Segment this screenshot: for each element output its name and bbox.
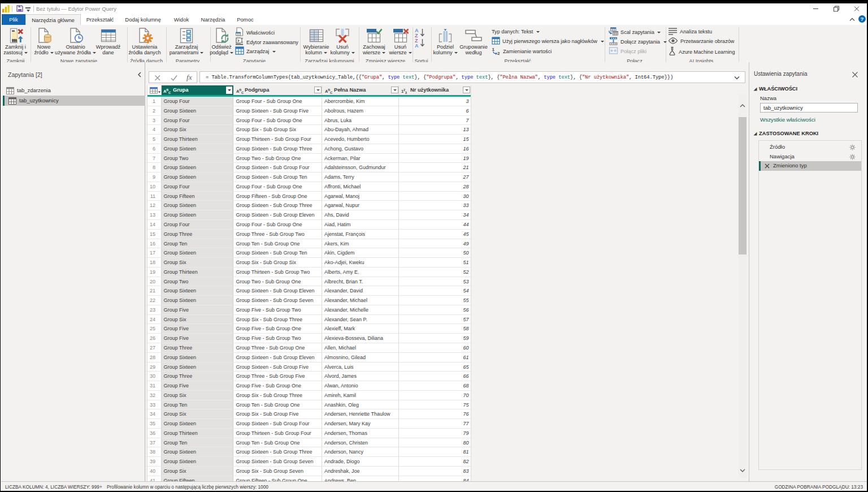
svg-text:Z: Z (415, 33, 418, 38)
svg-text:A: A (415, 43, 419, 48)
svg-text:2: 2 (497, 51, 500, 55)
svg-text:1: 1 (492, 47, 495, 52)
